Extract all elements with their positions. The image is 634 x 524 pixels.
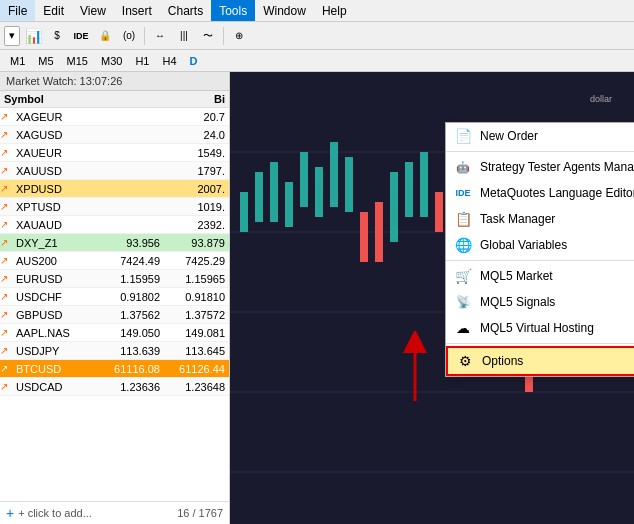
menu-view[interactable]: View: [72, 0, 114, 21]
ask-value: 0.91810: [164, 291, 229, 303]
table-row[interactable]: ↗ USDJPY 113.639 113.645: [0, 342, 229, 360]
tf-m15[interactable]: M15: [61, 52, 94, 70]
table-row[interactable]: ↗ XAUAUD 2392.: [0, 216, 229, 234]
tf-m30[interactable]: M30: [95, 52, 128, 70]
table-row[interactable]: ↗ BTCUSD 61116.08 61126.44: [0, 360, 229, 378]
symbol-label: XAUAUD: [14, 219, 164, 231]
toolbar-wave[interactable]: 〜: [197, 25, 219, 47]
ide-label: IDE: [73, 31, 88, 41]
toolbar-ide[interactable]: IDE: [70, 25, 92, 47]
ask-value: 7425.29: [164, 255, 229, 267]
market-watch-table: ↗ XAGEUR 20.7 ↗ XAGUSD 24.0 ↗ XAUEUR 154…: [0, 108, 229, 501]
menu-tools[interactable]: Tools: [211, 0, 255, 21]
arrow-icon: ↗: [0, 309, 14, 320]
arrow-icon: ↔: [155, 30, 165, 41]
table-row[interactable]: ↗ DXY_Z1 93.956 93.879: [0, 234, 229, 252]
mql5-virtual-icon: ☁: [454, 319, 472, 337]
svg-rect-8: [270, 162, 278, 222]
table-row[interactable]: ↗ XPDUSD 2007.: [0, 180, 229, 198]
arrow-icon: ↗: [0, 255, 14, 266]
table-row[interactable]: ↗ EURUSD 1.15959 1.15965: [0, 270, 229, 288]
menu-item-metaquotes[interactable]: IDE MetaQuotes Language Editor F4: [446, 180, 634, 206]
symbol-label: XAGEUR: [14, 111, 164, 123]
arrow-icon: ↗: [0, 345, 14, 356]
ask-value: 61126.44: [164, 363, 229, 375]
toolbar-code[interactable]: (o): [118, 25, 140, 47]
table-row[interactable]: ↗ AAPL.NAS 149.050 149.081: [0, 324, 229, 342]
menu-help[interactable]: Help: [314, 0, 355, 21]
menu-window[interactable]: Window: [255, 0, 314, 21]
table-row[interactable]: ↗ USDCHF 0.91802 0.91810: [0, 288, 229, 306]
bid-value: 2007.: [164, 183, 229, 195]
menu-separator-2: [446, 260, 634, 261]
toolbar-dollar[interactable]: $: [46, 25, 68, 47]
table-row[interactable]: ↗ XAUUSD 1797.: [0, 162, 229, 180]
mql5-signals-label: MQL5 Signals: [480, 295, 634, 309]
menu-item-mql5-market[interactable]: 🛒 MQL5 Market: [446, 263, 634, 289]
svg-rect-17: [405, 162, 413, 217]
bid-value: 1.23636: [99, 381, 164, 393]
menu-item-task-manager[interactable]: 📋 Task Manager F2: [446, 206, 634, 232]
tf-h4[interactable]: H4: [156, 52, 182, 70]
table-row[interactable]: ↗ XAGEUR 20.7: [0, 108, 229, 126]
svg-rect-6: [240, 192, 248, 232]
svg-rect-7: [255, 172, 263, 222]
bid-value: 7424.49: [99, 255, 164, 267]
table-row[interactable]: ↗ GBPUSD 1.37562 1.37572: [0, 306, 229, 324]
add-symbol-label[interactable]: + click to add...: [18, 507, 92, 519]
toolbar-separator-1: [144, 27, 145, 45]
table-row[interactable]: ↗ XPTUSD 1019.: [0, 198, 229, 216]
menu-edit[interactable]: Edit: [35, 0, 72, 21]
arrow-icon: ↗: [0, 165, 14, 176]
tf-h1[interactable]: H1: [129, 52, 155, 70]
market-watch-footer: + + click to add... 16 / 1767: [0, 501, 229, 524]
arrow-icon: ↗: [0, 219, 14, 230]
toolbar-lock[interactable]: 🔒: [94, 25, 116, 47]
toolbar-arrow[interactable]: ↔: [149, 25, 171, 47]
bid-value: 0.91802: [99, 291, 164, 303]
menu-item-mql5-virtual[interactable]: ☁ MQL5 Virtual Hosting: [446, 315, 634, 341]
code-icon: (o): [123, 30, 135, 41]
zoom-in-icon: ⊕: [235, 30, 243, 41]
menu-item-options[interactable]: ⚙ Options Ctrl+ O: [446, 346, 634, 376]
symbol-label: GBPUSD: [14, 309, 99, 321]
svg-rect-11: [315, 167, 323, 217]
bid-value: 61116.08: [99, 363, 164, 375]
add-symbol-icon: +: [6, 505, 14, 521]
toolbar-bars[interactable]: |||: [173, 25, 195, 47]
toolbar-new-dropdown[interactable]: ▾: [4, 26, 20, 46]
table-row[interactable]: ↗ XAGUSD 24.0: [0, 126, 229, 144]
menu-insert[interactable]: Insert: [114, 0, 160, 21]
arrow-icon: ↗: [0, 273, 14, 284]
arrow-icon: ↗: [0, 129, 14, 140]
toolbar-zoom-in[interactable]: ⊕: [228, 25, 250, 47]
svg-rect-16: [390, 172, 398, 242]
strategy-tester-label: Strategy Tester Agents Manager: [480, 160, 634, 174]
table-row[interactable]: ↗ USDCAD 1.23636 1.23648: [0, 378, 229, 396]
menu-item-mql5-signals[interactable]: 📡 MQL5 Signals: [446, 289, 634, 315]
tf-m5[interactable]: M5: [32, 52, 59, 70]
arrow-svg: [385, 331, 445, 411]
mql5-virtual-label: MQL5 Virtual Hosting: [480, 321, 634, 335]
svg-rect-9: [285, 182, 293, 227]
global-variables-label: Global Variables: [480, 238, 634, 252]
market-watch-col-headers: Symbol Bi: [0, 91, 229, 108]
wave-icon: 〜: [203, 29, 213, 43]
menu-file[interactable]: File: [0, 0, 35, 21]
table-row[interactable]: ↗ XAUEUR 1549.: [0, 144, 229, 162]
menu-item-global-variables[interactable]: 🌐 Global Variables F3: [446, 232, 634, 258]
menu-item-strategy-tester[interactable]: 🤖 Strategy Tester Agents Manager F6: [446, 154, 634, 180]
arrow-icon: ↗: [0, 327, 14, 338]
table-row[interactable]: ↗ AUS200 7424.49 7425.29: [0, 252, 229, 270]
menu-charts[interactable]: Charts: [160, 0, 211, 21]
tf-m1[interactable]: M1: [4, 52, 31, 70]
toolbar-new-icon: ▾: [9, 29, 15, 42]
mql5-signals-icon: 📡: [454, 293, 472, 311]
menu-item-new-order[interactable]: 📄 New Order F9: [446, 123, 634, 149]
symbol-label: XAUUSD: [14, 165, 164, 177]
options-icon: ⚙: [456, 352, 474, 370]
strategy-tester-icon: 🤖: [454, 158, 472, 176]
toolbar-btn2[interactable]: 📊: [22, 25, 44, 47]
ask-value: 93.879: [164, 237, 229, 249]
tf-d[interactable]: D: [184, 52, 204, 70]
